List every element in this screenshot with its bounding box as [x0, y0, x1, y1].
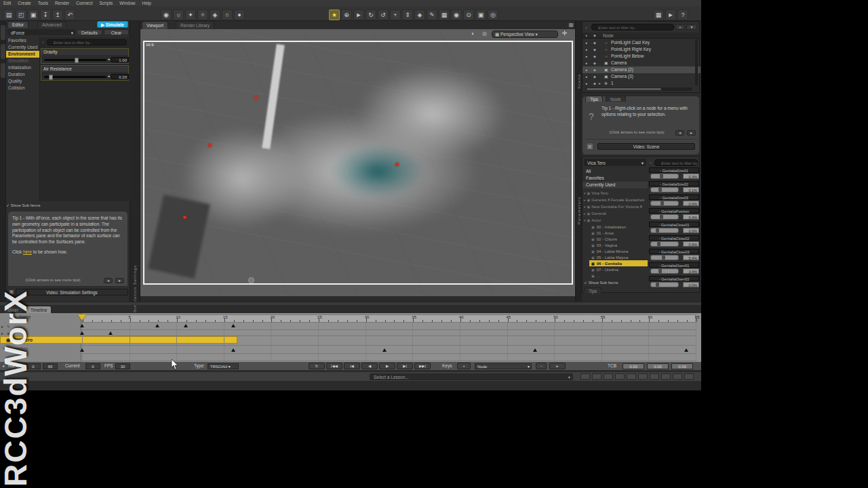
tab-render-library[interactable]: Render Library [176, 21, 214, 29]
go-to-start-button[interactable]: |◀◀ [326, 363, 342, 369]
keyframe-marker[interactable] [231, 324, 235, 327]
nudge-icon[interactable]: ● [680, 269, 682, 272]
morph-group-row[interactable]: ▣05 - Labia Majora [589, 254, 648, 260]
param-slider-value[interactable]: 5.4% [683, 255, 699, 260]
previous-tip-button[interactable]: ◂ [104, 278, 113, 283]
scene-vertical-tab[interactable]: Scene [577, 48, 581, 89]
new-file-icon[interactable]: ▤ [3, 9, 14, 20]
scene-options-button[interactable]: ▾ [686, 24, 697, 30]
loop-button[interactable]: ↻ [309, 363, 325, 369]
scale-tool-icon[interactable]: ⇕ [402, 9, 413, 20]
scene-add-button[interactable]: + [675, 24, 685, 30]
visibility-eye-icon[interactable]: ● [585, 73, 587, 80]
scene-hscrollbar-thumb[interactable] [587, 88, 661, 90]
param-slider-handle[interactable] [657, 242, 660, 246]
visibility-eye-icon[interactable]: ● [585, 80, 587, 87]
simulation-group-initialization[interactable]: Initialization [6, 64, 39, 71]
keyframe-marker[interactable] [533, 348, 537, 352]
param-slider-value[interactable]: 0.6% [683, 241, 699, 247]
weight-brush-tool-icon[interactable]: ◈ [414, 9, 425, 20]
lesson-button[interactable] [661, 373, 671, 380]
continuity-input[interactable]: 0.00 [647, 363, 669, 369]
lesson-button[interactable] [592, 373, 601, 380]
nudge-icon[interactable]: ● [680, 228, 682, 232]
view-axis-icon[interactable]: ✛ [562, 30, 568, 37]
lesson-button[interactable] [627, 373, 636, 380]
keyframe-marker[interactable] [108, 331, 113, 335]
expand-icon[interactable]: ▾ [584, 191, 586, 195]
video-scene-button[interactable]: Video: Scene [597, 143, 695, 150]
param-slider-value[interactable]: 0.0% [683, 201, 699, 206]
range-end-input[interactable]: 65 [43, 363, 58, 369]
new-primitive-icon[interactable]: ◈ [210, 9, 220, 20]
draw-style-icon[interactable]: ◐ [471, 30, 475, 37]
param-slider[interactable] [650, 214, 679, 220]
nudge-icon[interactable]: ● [680, 201, 682, 205]
param-slider[interactable] [650, 268, 679, 274]
selectability-icon[interactable]: ◆ [593, 53, 596, 60]
param-slider-handle[interactable] [658, 188, 662, 192]
render-icon[interactable]: ▦ [653, 9, 664, 20]
lesson-button[interactable] [684, 373, 694, 380]
tab-viewport[interactable]: Viewport [142, 21, 168, 29]
menu-edit[interactable]: Edit [0, 0, 14, 6]
expand-icon[interactable]: ▾ [584, 218, 586, 222]
simulation-search-input[interactable]: Enter text to filter by... [47, 39, 127, 45]
nudge-icon[interactable]: ● [680, 242, 682, 245]
show-sub-items-checkbox[interactable]: ✓ Show Sub Items [584, 280, 618, 285]
param-slider[interactable] [650, 201, 679, 206]
step-forward-button[interactable]: ▶| [397, 363, 413, 369]
delete-key-button[interactable]: − [536, 363, 547, 369]
camera-options-icon[interactable]: ◎ [482, 30, 487, 37]
keyframe-marker[interactable] [382, 348, 387, 352]
lesson-button[interactable] [615, 373, 625, 380]
nudge-icon[interactable]: ● [680, 283, 682, 286]
geometry-editor-tool-icon[interactable]: ▦ [439, 9, 450, 20]
play-button[interactable]: ▶ [379, 363, 395, 369]
menu-window[interactable]: Window [116, 0, 138, 6]
key-type-dropdown[interactable]: TRSOAH ▾ [208, 363, 239, 369]
keyframe-marker[interactable] [80, 331, 84, 335]
twist-tool-icon[interactable]: ↺ [378, 9, 389, 20]
expand-icon[interactable]: ▾ [584, 205, 586, 209]
menu-tools[interactable]: Tools [35, 0, 52, 6]
dock-nub[interactable] [1, 63, 5, 78]
menu-help[interactable]: Help [138, 0, 154, 6]
help-icon[interactable]: ? [677, 9, 688, 20]
gravity-slider[interactable] [44, 59, 106, 61]
tree-node-row[interactable]: ▸▣Genesis 8 Female Eyelashes [583, 197, 648, 203]
lock-tool-icon[interactable]: ▣ [475, 9, 486, 20]
simulation-group-duration[interactable]: Duration [6, 71, 39, 78]
nudge-icon[interactable]: ● [680, 215, 682, 218]
selectability-icon[interactable]: ◆ [593, 60, 596, 66]
visibility-eye-icon[interactable]: ● [585, 39, 587, 46]
simulation-group-quality[interactable]: Quality [6, 78, 39, 85]
param-slider[interactable] [650, 255, 679, 260]
param-slider-handle[interactable] [662, 256, 665, 260]
tab-editor[interactable]: Editor [7, 21, 28, 28]
param-slider-value[interactable]: 0.3% [683, 174, 699, 179]
selectability-icon[interactable]: ◆ [593, 46, 596, 53]
import-icon[interactable]: ↧ [40, 9, 51, 20]
scene-node-row[interactable]: ●◆☼PointLight Cast Key [583, 39, 701, 46]
expand-icon[interactable]: ▸ [584, 211, 586, 216]
timeline-playhead[interactable] [78, 314, 86, 321]
node-scope-dropdown[interactable]: Node ▾ [475, 363, 532, 369]
dforce-preset-dropdown[interactable]: dForce ▾ [7, 29, 75, 35]
scene-node-row[interactable]: ●◆▣Camera [583, 60, 701, 66]
pane-options-icon[interactable]: ▦ [568, 22, 574, 28]
clear-button[interactable]: Clear [104, 29, 129, 35]
nudge-icon[interactable]: ● [680, 188, 682, 191]
previous-key-button[interactable]: |◀ [344, 363, 360, 369]
param-slider[interactable] [650, 241, 679, 247]
filter-currently-used[interactable]: Currently Used [583, 182, 648, 188]
simulation-group-favorites[interactable]: Favorites [6, 37, 39, 44]
new-distant-light-icon[interactable]: ☼ [173, 9, 184, 20]
expand-icon[interactable]: ▸ [584, 198, 586, 202]
ik-chain-tool-icon[interactable]: ⊙ [463, 9, 474, 20]
morph-group-row[interactable]: ▣06 - Genitalia [589, 260, 648, 266]
step-back-button[interactable]: ◀ [361, 363, 378, 369]
menu-render[interactable]: Render [52, 0, 73, 6]
lesson-button[interactable] [604, 373, 613, 380]
param-slider-value[interactable]: 3.4% [683, 268, 699, 274]
